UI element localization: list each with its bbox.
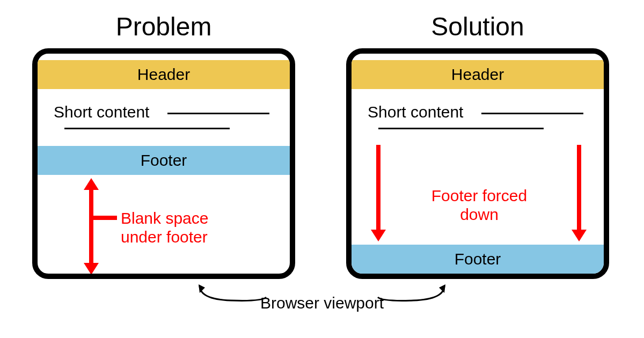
down-arrow-icon xyxy=(568,145,590,241)
down-arrow-icon xyxy=(368,145,389,241)
solution-viewport: Header Short content Footer Footer force… xyxy=(346,48,609,279)
diagram-canvas: Problem Solution Header Short content Fo… xyxy=(0,0,644,338)
problem-content-label: Short content xyxy=(54,103,149,121)
svg-marker-5 xyxy=(371,230,386,241)
content-line xyxy=(481,113,583,114)
problem-title: Problem xyxy=(32,12,295,41)
blank-space-annotation: Blank spaceunder footer xyxy=(121,209,208,246)
svg-marker-7 xyxy=(572,230,587,241)
solution-title: Solution xyxy=(346,12,609,41)
content-line xyxy=(378,128,544,129)
svg-marker-2 xyxy=(84,263,99,275)
content-line xyxy=(167,113,269,114)
solution-header: Header xyxy=(352,60,604,89)
solution-footer: Footer xyxy=(352,245,604,274)
content-line xyxy=(64,128,230,129)
problem-header: Header xyxy=(38,60,290,89)
double-arrow-icon xyxy=(80,178,102,275)
problem-viewport: Header Short content Footer Blank spaceu… xyxy=(32,48,295,279)
svg-marker-1 xyxy=(84,178,99,190)
solution-content-label: Short content xyxy=(368,103,463,121)
forced-down-annotation: Footer forced down xyxy=(415,187,544,224)
problem-footer: Footer xyxy=(38,146,290,175)
viewport-label: Browser viewport xyxy=(0,294,644,312)
annotation-connector xyxy=(90,216,117,220)
